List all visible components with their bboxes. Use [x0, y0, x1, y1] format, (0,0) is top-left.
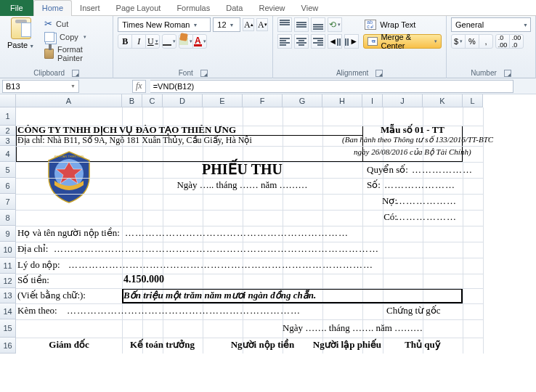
increase-indent-icon: ►	[345, 36, 358, 46]
align-bottom-button[interactable]	[311, 17, 325, 32]
alignment-dialog-icon[interactable]	[375, 70, 383, 77]
row-header[interactable]: 3	[0, 136, 16, 146]
bold-button[interactable]: B	[118, 34, 132, 49]
select-all-corner[interactable]	[0, 94, 16, 107]
row-header[interactable]: 8	[0, 210, 16, 226]
orientation-icon: ⟲	[329, 20, 336, 30]
row-header[interactable]: 4	[0, 146, 16, 162]
orientation-button[interactable]: ⟲▾	[328, 17, 342, 32]
amount-value: 4.150.000	[123, 274, 164, 285]
row-header[interactable]: 12	[0, 274, 16, 288]
sig-ketoan: Kế toán trưởng	[122, 339, 203, 351]
no-label: Nợ:	[382, 195, 397, 207]
tab-view[interactable]: View	[293, 0, 327, 16]
wrap-text-button[interactable]: Wrap Text	[363, 17, 442, 32]
col-header[interactable]: E	[203, 94, 243, 107]
borders-button[interactable]: ▾	[162, 34, 176, 49]
merge-center-button[interactable]: Merge & Center▾	[363, 34, 442, 49]
col-header[interactable]: K	[423, 94, 463, 107]
name-box[interactable]: B13▼	[2, 80, 79, 93]
col-header[interactable]: I	[362, 94, 383, 107]
date-line-2: Ngày ……. tháng ……. năm ………	[243, 322, 463, 334]
font-name-combo[interactable]: Times New Roman▼	[118, 17, 211, 32]
company-address: Địa chỉ: Nhà B11, Số 9A, Ngõ 181 Xuân Th…	[17, 135, 252, 146]
lydo-dots: ………………………………………………………………………………	[68, 259, 373, 271]
underline-button[interactable]: U▾	[145, 34, 160, 49]
cut-button[interactable]: ✂Cut	[41, 17, 108, 30]
sig-nguoinop: Người nộp tiền	[203, 339, 322, 351]
font-color-button[interactable]: A▾	[192, 34, 207, 49]
fx-button[interactable]: fx	[132, 80, 146, 93]
col-header[interactable]: A	[16, 94, 122, 107]
row-header[interactable]: 16	[0, 338, 16, 354]
comma-format-button[interactable]: ,	[479, 34, 493, 49]
increase-decimal-button[interactable]: .0.00	[495, 34, 510, 49]
col-header[interactable]: D	[163, 94, 203, 107]
font-dialog-icon[interactable]	[200, 70, 208, 77]
row-header[interactable]: 9	[0, 226, 16, 242]
document-title: PHIẾU THU	[122, 160, 362, 178]
copy-icon	[44, 32, 54, 42]
formula-bar[interactable]	[150, 80, 513, 93]
number-format-combo[interactable]: General▼	[451, 17, 531, 32]
col-header[interactable]: C	[142, 94, 163, 107]
italic-button[interactable]: I	[131, 34, 146, 49]
shrink-font-button[interactable]: A▾	[256, 18, 268, 31]
svg-text:KE TOAN THIEN UNG: KE TOAN THIEN UNG	[54, 155, 84, 158]
clipboard-dialog-icon[interactable]	[72, 70, 79, 77]
decrease-indent-button[interactable]: ◄	[328, 34, 342, 49]
format-painter-button[interactable]: Format Painter	[41, 44, 108, 63]
row-header[interactable]: 7	[0, 194, 16, 210]
file-tab[interactable]: File	[0, 0, 33, 16]
align-right-button[interactable]	[311, 34, 325, 49]
tab-home[interactable]: Home	[33, 0, 72, 16]
col-header[interactable]: H	[322, 94, 362, 107]
tab-page-layout[interactable]: Page Layout	[108, 0, 169, 16]
sig-thuquy: Thủ quỹ	[383, 339, 463, 351]
decrease-indent-icon: ◄	[328, 36, 341, 46]
font-color-icon: A	[194, 37, 202, 46]
align-center-button[interactable]	[294, 34, 309, 49]
row-header[interactable]: 13	[0, 288, 16, 303]
row-header[interactable]: 14	[0, 303, 16, 319]
row-header[interactable]: 10	[0, 242, 16, 258]
font-size-combo[interactable]: 12▼	[213, 17, 240, 32]
row-header[interactable]: 15	[0, 319, 16, 338]
grow-font-button[interactable]: A▴	[243, 18, 254, 31]
brush-icon	[44, 49, 54, 59]
row-header[interactable]: 11	[0, 258, 16, 274]
align-left-button[interactable]	[277, 34, 292, 49]
hoten-label: Họ và tên người nộp tiền:	[17, 227, 120, 239]
company-name: CÔNG TY TNHH DỊCH VỤ ĐÀO TẠO THIÊN ƯNG	[17, 124, 236, 136]
decrease-decimal-button[interactable]: .00.0	[509, 34, 524, 49]
row-header[interactable]: 1	[0, 107, 16, 126]
worksheet-grid[interactable]: CÔNG TY TNHH DỊCH VỤ ĐÀO TẠO THIÊN ƯNG M…	[16, 107, 536, 368]
tab-formulas[interactable]: Formulas	[168, 0, 218, 16]
percent-format-button[interactable]: %	[465, 34, 479, 49]
col-header[interactable]: J	[383, 94, 423, 107]
tab-insert[interactable]: Insert	[72, 0, 108, 16]
date-line: Ngày ….. tháng …… năm ………	[122, 179, 362, 191]
lydo-label: Lý do nộp:	[17, 259, 60, 271]
col-header[interactable]: B	[122, 94, 142, 107]
tab-review[interactable]: Review	[251, 0, 293, 16]
wrap-text-icon	[365, 20, 376, 30]
row-header[interactable]: 2	[0, 126, 16, 136]
paste-button[interactable]: Paste▼	[4, 17, 37, 63]
group-clipboard: Paste▼ ✂Cut Copy▾ Format Painter Clipboa…	[0, 16, 113, 78]
tab-data[interactable]: Data	[218, 0, 251, 16]
row-header[interactable]: 6	[0, 178, 16, 194]
sotien-label: Số tiền:	[17, 274, 49, 286]
align-middle-button[interactable]	[294, 17, 309, 32]
accounting-format-button[interactable]: $▾	[451, 34, 466, 49]
increase-indent-button[interactable]: ►	[344, 34, 359, 49]
amount-in-words: Bốn triệu một trăm năm mươi ngàn đồng ch…	[123, 290, 316, 301]
fill-color-button[interactable]: ▾	[179, 34, 193, 49]
number-dialog-icon[interactable]	[504, 70, 511, 77]
col-header[interactable]: G	[283, 94, 322, 107]
copy-button[interactable]: Copy▾	[41, 31, 108, 43]
row-header[interactable]: 5	[0, 162, 16, 178]
align-top-button[interactable]	[277, 17, 292, 32]
col-header[interactable]: L	[463, 94, 483, 107]
col-header[interactable]: F	[243, 94, 283, 107]
